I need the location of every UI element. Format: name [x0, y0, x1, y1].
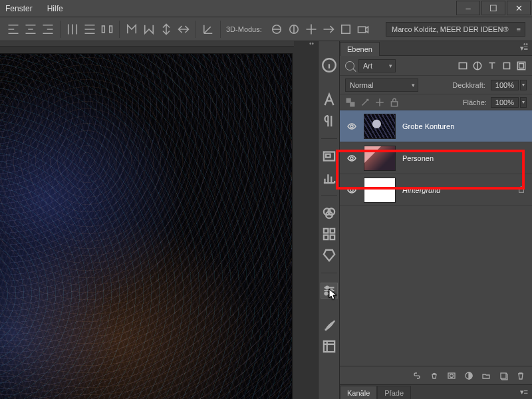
3d-camera-icon[interactable] [356, 23, 370, 36]
options-bar: 3D-Modus: Marco Kolditz, MEER DER IDEEN® [0, 17, 532, 41]
layer-name[interactable]: Grobe Konturen [402, 122, 454, 130]
3d-slide-icon[interactable] [322, 23, 335, 36]
minimize-button[interactable]: – [456, 1, 480, 15]
menu-bar: Fenster Hilfe [0, 0, 532, 17]
3d-axis-icon[interactable] [201, 23, 215, 36]
3d-mode-label: 3D-Modus: [226, 25, 262, 33]
maximize-button[interactable]: ☐ [481, 1, 505, 15]
menu-fenster[interactable]: Fenster [5, 4, 33, 13]
info-panel-icon[interactable] [321, 57, 338, 73]
opacity-stepper[interactable]: ▾ [520, 80, 527, 90]
close-button[interactable]: ✕ [507, 1, 531, 15]
filter-adjust-icon[interactable] [472, 61, 483, 71]
layer-row[interactable]: Hintergrund [340, 174, 532, 206]
styles-panel-icon[interactable] [321, 247, 338, 263]
svg-rect-19 [323, 341, 334, 352]
layer-list[interactable]: Grobe Konturen Personen Hintergrund [340, 110, 532, 366]
window-controls: – ☐ ✕ [456, 1, 531, 15]
lock-position-icon[interactable] [374, 97, 385, 108]
layer-name[interactable]: Hintergrund [402, 186, 440, 194]
visibility-toggle[interactable] [346, 185, 357, 196]
distribute-v-icon[interactable] [83, 23, 96, 36]
align-right-icon[interactable] [41, 23, 55, 36]
lock-transparent-icon[interactable] [345, 97, 356, 108]
fill-stepper[interactable]: ▾ [520, 97, 527, 108]
lock-pixels-icon[interactable] [360, 97, 370, 108]
layer-thumbnail[interactable] [364, 178, 396, 203]
layer-row[interactable]: Grobe Konturen [340, 110, 532, 142]
tab-kanaele[interactable]: Kanäle [340, 386, 377, 399]
workspace-label: Marco Kolditz, MEER DER IDEEN® [392, 25, 509, 33]
tab-pfade[interactable]: Pfade [377, 386, 411, 399]
filter-smart-icon[interactable] [516, 61, 527, 71]
history-panel-icon[interactable] [321, 338, 338, 354]
arrange-icon-2[interactable] [142, 23, 156, 36]
delete-layer-icon[interactable] [516, 371, 525, 380]
svg-rect-24 [519, 63, 524, 68]
align-center-icon[interactable] [24, 23, 37, 36]
3d-pan-icon[interactable] [305, 23, 318, 36]
workspace-dropdown[interactable]: Marco Kolditz, MEER DER IDEEN® [386, 22, 525, 37]
histogram-panel-icon[interactable] [321, 170, 338, 186]
svg-point-28 [350, 125, 353, 128]
svg-point-18 [325, 293, 327, 295]
3d-orbit-icon[interactable] [270, 23, 283, 36]
svg-rect-25 [346, 98, 350, 102]
filter-type-icon[interactable] [487, 61, 497, 71]
panel-menu-icon[interactable]: ▾≡ [520, 388, 528, 396]
svg-rect-22 [503, 63, 509, 68]
svg-point-29 [350, 157, 353, 160]
layers-panel: •• Ebenen ▾≡ Art Normal Deckkraft: 100% … [339, 41, 532, 399]
3d-scale-icon[interactable] [339, 23, 352, 36]
new-layer-icon[interactable] [499, 371, 508, 380]
document-canvas[interactable] [0, 53, 293, 399]
layer-thumbnail[interactable] [364, 146, 396, 171]
arrange-icon-4[interactable] [177, 23, 190, 36]
layer-footer [340, 366, 532, 384]
layer-style-icon[interactable] [430, 371, 439, 380]
navigator-panel-icon[interactable] [321, 148, 338, 164]
lock-all-icon[interactable] [389, 97, 400, 108]
layer-name[interactable]: Personen [402, 154, 434, 162]
paragraph-panel-icon[interactable] [321, 113, 338, 129]
panel-dock [318, 41, 339, 399]
tab-ebenen[interactable]: Ebenen [340, 42, 380, 56]
3d-roll-icon[interactable] [287, 23, 301, 36]
align-left-icon[interactable] [7, 23, 20, 36]
filter-kind-dropdown[interactable]: Art [358, 59, 396, 72]
brush-panel-icon[interactable] [321, 317, 338, 333]
lock-row: Fläche: 100% ▾ [340, 94, 532, 110]
layer-row[interactable]: Personen [340, 142, 532, 174]
svg-rect-13 [330, 229, 334, 233]
distribute-h-icon[interactable] [66, 23, 79, 36]
blend-row: Normal Deckkraft: 100% ▾ [340, 76, 532, 94]
search-icon[interactable] [345, 61, 354, 70]
svg-rect-20 [459, 63, 466, 68]
visibility-toggle[interactable] [346, 153, 357, 164]
menu-hilfe[interactable]: Hilfe [47, 4, 63, 13]
blend-mode-dropdown[interactable]: Normal [345, 78, 418, 92]
adjustment-layer-icon[interactable] [464, 371, 473, 380]
svg-rect-12 [323, 229, 328, 233]
color-panel-icon[interactable] [321, 205, 338, 221]
svg-rect-35 [501, 373, 506, 378]
character-panel-icon[interactable] [321, 92, 338, 108]
visibility-toggle[interactable] [346, 121, 357, 132]
svg-rect-31 [519, 189, 524, 192]
arrange-icon-3[interactable] [160, 23, 173, 36]
svg-rect-0 [102, 26, 105, 33]
arrange-icon-1[interactable] [125, 23, 138, 36]
svg-point-30 [350, 189, 353, 192]
filter-pixel-icon[interactable] [458, 61, 468, 71]
link-layers-icon[interactable] [412, 371, 422, 380]
layer-thumbnail[interactable] [364, 114, 396, 139]
filter-shape-icon[interactable] [501, 61, 512, 71]
distribute-space-icon[interactable] [100, 23, 114, 36]
canvas-area[interactable]: •• [0, 41, 318, 399]
layer-mask-icon[interactable] [447, 371, 456, 380]
opacity-value[interactable]: 100% [491, 80, 519, 90]
opacity-label: Deckkraft: [452, 81, 485, 89]
fill-value[interactable]: 100% [491, 97, 519, 108]
swatches-panel-icon[interactable] [321, 226, 338, 242]
group-layer-icon[interactable] [481, 371, 491, 380]
